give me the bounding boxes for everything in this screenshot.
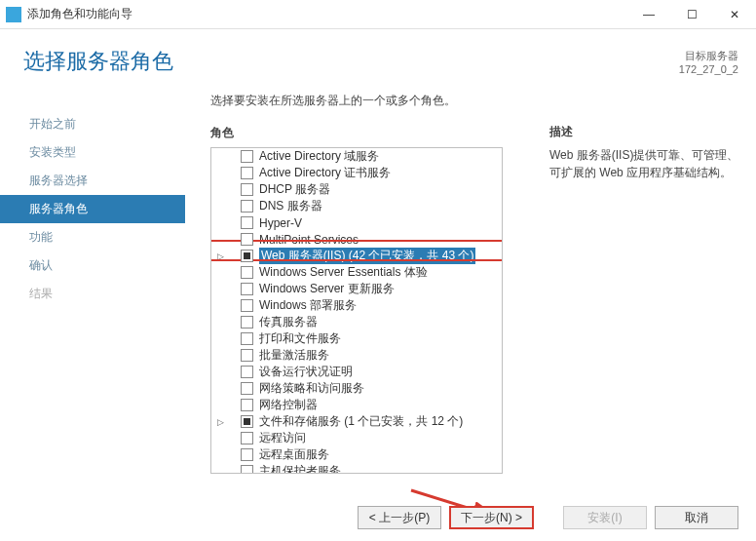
expand-arrow-icon[interactable]: ▷ (217, 251, 227, 261)
role-item-1[interactable]: Active Directory 证书服务 (211, 165, 502, 181)
role-item-8[interactable]: Windows Server 更新服务 (211, 281, 502, 297)
role-label: 批量激活服务 (259, 347, 329, 364)
role-item-9[interactable]: Windows 部署服务 (211, 297, 502, 314)
role-label: DHCP 服务器 (259, 181, 330, 198)
window-title: 添加角色和功能向导 (27, 6, 627, 22)
role-item-5[interactable]: MultiPoint Services (211, 231, 502, 248)
role-label: Windows Server 更新服务 (259, 281, 395, 297)
target-server-label: 目标服务器 (679, 49, 738, 63)
role-item-2[interactable]: DHCP 服务器 (211, 181, 502, 198)
roles-label: 角色 (210, 125, 526, 141)
role-label: Windows Server Essentials 体验 (259, 264, 428, 281)
role-item-6[interactable]: ▷Web 服务器(IIS) (42 个已安装，共 43 个) (211, 248, 502, 264)
role-checkbox[interactable] (241, 448, 253, 461)
target-server-info: 目标服务器 172_27_0_2 (679, 49, 738, 75)
role-label: Web 服务器(IIS) (42 个已安装，共 43 个) (259, 248, 475, 264)
role-label: 远程访问 (259, 430, 306, 446)
role-item-4[interactable]: Hyper-V (211, 214, 502, 231)
description-text: Web 服务器(IIS)提供可靠、可管理、可扩展的 Web 应用程序基础结构。 (549, 146, 744, 181)
cancel-button[interactable]: 取消 (655, 506, 738, 529)
role-label: 打印和文件服务 (259, 330, 341, 347)
sidebar-item-2[interactable]: 服务器选择 (0, 167, 185, 195)
role-item-11[interactable]: 打印和文件服务 (211, 330, 502, 347)
role-item-3[interactable]: DNS 服务器 (211, 198, 502, 214)
role-label: 传真服务器 (259, 314, 318, 330)
role-checkbox[interactable] (241, 332, 253, 345)
role-checkbox[interactable] (241, 399, 253, 411)
role-item-17[interactable]: 远程访问 (211, 430, 502, 446)
role-checkbox[interactable] (241, 200, 253, 213)
role-item-12[interactable]: 批量激活服务 (211, 347, 502, 364)
page-title: 选择服务器角色 (0, 29, 756, 76)
sidebar-item-0[interactable]: 开始之前 (0, 110, 185, 138)
wizard-footer: < 上一步(P) 下一步(N) > 安装(I) 取消 (358, 506, 738, 529)
role-checkbox[interactable] (241, 382, 253, 395)
role-checkbox[interactable] (241, 183, 253, 196)
previous-button[interactable]: < 上一步(P) (358, 506, 441, 529)
maximize-button[interactable]: ☐ (670, 0, 713, 29)
install-button[interactable]: 安装(I) (563, 506, 647, 529)
role-checkbox[interactable] (241, 432, 253, 444)
wizard-sidebar: 开始之前安装类型服务器选择服务器角色功能确认结果 (0, 93, 185, 492)
role-label: 网络策略和访问服务 (259, 380, 364, 397)
instruction-text: 选择要安装在所选服务器上的一个或多个角色。 (210, 93, 526, 109)
role-item-13[interactable]: 设备运行状况证明 (211, 364, 502, 380)
role-checkbox[interactable] (241, 465, 253, 474)
role-checkbox[interactable] (241, 167, 253, 179)
roles-tree[interactable]: Active Directory 域服务Active Directory 证书服… (210, 147, 503, 474)
role-label: Active Directory 域服务 (259, 148, 379, 165)
minimize-button[interactable]: — (627, 0, 670, 29)
role-item-7[interactable]: Windows Server Essentials 体验 (211, 264, 502, 281)
role-checkbox[interactable] (241, 233, 253, 246)
role-item-18[interactable]: 远程桌面服务 (211, 446, 502, 463)
sidebar-item-6: 结果 (0, 280, 185, 308)
title-bar: 添加角色和功能向导 — ☐ ✕ (0, 0, 756, 29)
role-label: Hyper-V (259, 216, 302, 230)
role-label: 远程桌面服务 (259, 446, 329, 463)
sidebar-item-5[interactable]: 确认 (0, 251, 185, 280)
role-checkbox[interactable] (241, 283, 253, 295)
role-item-15[interactable]: 网络控制器 (211, 397, 502, 413)
expand-arrow-icon[interactable]: ▷ (217, 417, 227, 427)
role-label: 设备运行状况证明 (259, 364, 353, 380)
role-label: Active Directory 证书服务 (259, 165, 391, 181)
sidebar-item-3[interactable]: 服务器角色 (0, 195, 185, 223)
role-checkbox[interactable] (241, 250, 253, 262)
role-label: 文件和存储服务 (1 个已安装，共 12 个) (259, 413, 463, 430)
role-label: Windows 部署服务 (259, 297, 357, 314)
role-label: MultiPoint Services (259, 233, 359, 247)
role-label: 主机保护者服务 (259, 463, 341, 474)
role-item-14[interactable]: 网络策略和访问服务 (211, 380, 502, 397)
target-server-name: 172_27_0_2 (679, 63, 738, 75)
role-item-0[interactable]: Active Directory 域服务 (211, 148, 502, 165)
role-item-16[interactable]: ▷文件和存储服务 (1 个已安装，共 12 个) (211, 413, 502, 430)
role-checkbox[interactable] (241, 299, 253, 312)
app-icon (6, 7, 21, 22)
role-checkbox[interactable] (241, 150, 253, 163)
close-button[interactable]: ✕ (713, 0, 756, 29)
role-item-19[interactable]: 主机保护者服务 (211, 463, 502, 474)
sidebar-item-4[interactable]: 功能 (0, 223, 185, 251)
role-checkbox[interactable] (241, 266, 253, 279)
role-label: 网络控制器 (259, 397, 318, 413)
role-checkbox[interactable] (241, 415, 253, 428)
next-button[interactable]: 下一步(N) > (449, 506, 534, 529)
role-checkbox[interactable] (241, 349, 253, 362)
role-checkbox[interactable] (241, 366, 253, 378)
role-item-10[interactable]: 传真服务器 (211, 314, 502, 330)
sidebar-item-1[interactable]: 安装类型 (0, 138, 185, 167)
role-checkbox[interactable] (241, 216, 253, 229)
role-label: DNS 服务器 (259, 198, 322, 214)
description-label: 描述 (549, 124, 744, 140)
role-checkbox[interactable] (241, 316, 253, 328)
